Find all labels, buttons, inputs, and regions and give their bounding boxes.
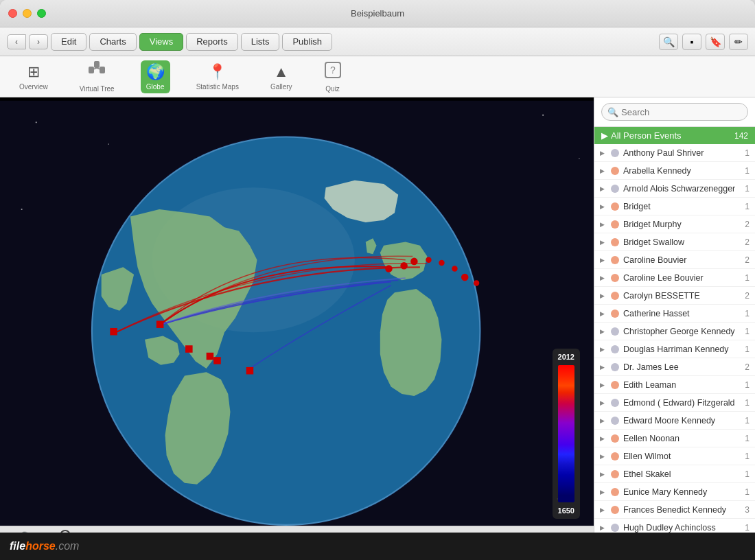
person-dot	[611, 310, 619, 318]
list-item[interactable]: ▶ Bridget 1	[594, 198, 755, 215]
watermark-text: filehorse.com	[10, 540, 79, 552]
expand-arrow[interactable]: ▶	[600, 506, 611, 513]
gallery-label: Gallery	[270, 83, 292, 91]
search-tool-button[interactable]: 🔍	[659, 34, 678, 50]
statistic-maps-button[interactable]: 📍 Statistic Maps	[191, 60, 244, 93]
expand-arrow[interactable]: ▶	[600, 524, 611, 531]
quiz-button[interactable]: ? Quiz	[318, 58, 347, 95]
svg-point-10	[542, 115, 544, 116]
person-name: Ethel Skakel	[623, 469, 739, 479]
expand-arrow[interactable]: ▶	[600, 221, 611, 228]
expand-arrow[interactable]: ▶	[600, 489, 611, 495]
gallery-button[interactable]: ▲ Gallery	[265, 60, 298, 93]
expand-arrow[interactable]: ▶	[600, 471, 611, 478]
person-count: 1	[739, 273, 750, 283]
list-item[interactable]: ▶ Arabella Kennedy 1	[594, 162, 755, 180]
expand-arrow[interactable]: ▶	[600, 257, 611, 264]
list-item[interactable]: ▶ Eellen Noonan 1	[594, 430, 755, 447]
search-input[interactable]	[601, 103, 748, 121]
person-dot	[611, 185, 619, 193]
list-item[interactable]: ▶ Edith Leaman 1	[594, 376, 755, 394]
reports-tab[interactable]: Reports	[186, 33, 238, 51]
list-item[interactable]: ▶ Douglas Harriman Kennedy 1	[594, 340, 755, 358]
expand-arrow[interactable]: ▶	[600, 310, 611, 317]
list-item[interactable]: ▶ Bridget Swallow 2	[594, 233, 755, 251]
close-button[interactable]	[8, 9, 17, 18]
list-item[interactable]: ▶ Carolyn BESSETTE 2	[594, 287, 755, 305]
list-item[interactable]: ▶ Ellen Wilmot 1	[594, 447, 755, 465]
quiz-icon: ?	[324, 61, 342, 83]
expand-arrow[interactable]: ▶	[600, 364, 611, 371]
view-toggle-button[interactable]: ▪	[682, 34, 701, 50]
virtual-tree-label: Virtual Tree	[80, 85, 115, 93]
traffic-lights	[8, 9, 46, 18]
globe-area[interactable]: 2012 1650 © OpenStreetMap 🔍 Magnify	[0, 97, 594, 560]
expand-arrow[interactable]: ▶	[600, 239, 611, 246]
expand-arrow[interactable]: ▶	[600, 435, 611, 442]
person-dot	[611, 470, 619, 478]
person-dot	[611, 256, 619, 264]
list-item[interactable]: ▶ Caroline Lee Bouvier 1	[594, 269, 755, 287]
expand-arrow[interactable]: ▶	[600, 185, 611, 192]
views-tab[interactable]: Views	[139, 33, 183, 51]
quiz-label: Quiz	[325, 85, 340, 93]
expand-arrow[interactable]: ▶	[600, 150, 611, 156]
list-item[interactable]: ▶ Eunice Mary Kennedy 1	[594, 483, 755, 501]
globe-button[interactable]: 🌍 Globe	[141, 60, 170, 93]
all-events-label: ▶ All Person Events	[601, 130, 682, 141]
overview-button[interactable]: ⊞ Overview	[14, 60, 54, 93]
person-dot	[611, 524, 619, 532]
bookmark-button[interactable]: 🔖	[706, 34, 725, 50]
expand-arrow[interactable]: ▶	[600, 399, 611, 406]
globe-icon: 🌍	[146, 63, 165, 81]
expand-arrow[interactable]: ▶	[600, 382, 611, 388]
expand-arrow[interactable]: ▶	[600, 328, 611, 335]
expand-arrow[interactable]: ▶	[600, 292, 611, 299]
svg-text:?: ?	[330, 65, 336, 75]
edit-tab[interactable]: Edit	[51, 33, 86, 51]
person-list[interactable]: ▶ Anthony Paul Shriver 1 ▶ Arabella Kenn…	[594, 144, 755, 560]
expand-arrow[interactable]: ▶	[600, 453, 611, 460]
person-name: Arnold Alois Schwarzenegger	[623, 184, 739, 194]
window-title: Beispielbaum	[351, 8, 404, 19]
forward-button[interactable]: ›	[29, 34, 48, 49]
person-dot	[611, 220, 619, 229]
gallery-icon: ▲	[274, 63, 289, 81]
person-count: 1	[739, 327, 750, 336]
publish-tab[interactable]: Publish	[282, 33, 332, 51]
person-name: Ellen Wilmot	[623, 452, 739, 461]
list-item[interactable]: ▶ Caroline Bouvier 2	[594, 251, 755, 269]
list-item[interactable]: ▶ Bridget Murphy 2	[594, 215, 755, 233]
list-item[interactable]: ▶ Ethel Skakel 1	[594, 465, 755, 483]
main-content: 2012 1650 © OpenStreetMap 🔍 Magnify	[0, 97, 755, 560]
minimize-button[interactable]	[23, 9, 32, 18]
overview-icon: ⊞	[27, 63, 40, 81]
secondary-toolbar: ⊞ Overview Virtual Tree 🌍 Globe 📍 Statis…	[0, 56, 755, 97]
virtual-tree-button[interactable]: Virtual Tree	[74, 58, 120, 95]
expand-arrow[interactable]: ▶	[600, 346, 611, 353]
list-item[interactable]: ▶ Edward Moore Kennedy 1	[594, 412, 755, 430]
list-item[interactable]: ▶ Frances Benedict Kennedy 3	[594, 501, 755, 519]
person-name: Douglas Harriman Kennedy	[623, 345, 739, 354]
more-button[interactable]: ✏	[729, 34, 748, 50]
list-item[interactable]: ▶ Christopher George Kennedy 1	[594, 323, 755, 340]
expand-arrow[interactable]: ▶	[600, 417, 611, 424]
back-button[interactable]: ‹	[7, 34, 26, 49]
expand-arrow[interactable]: ▶	[600, 275, 611, 281]
all-events-row[interactable]: ▶ All Person Events 142	[594, 127, 755, 144]
person-count: 1	[739, 309, 750, 318]
expand-arrow[interactable]: ▶	[600, 167, 611, 174]
list-item[interactable]: ▶ Edmond ( Edward) Fitzgerald 1	[594, 394, 755, 412]
list-item[interactable]: ▶ Arnold Alois Schwarzenegger 1	[594, 180, 755, 198]
statistic-maps-label: Statistic Maps	[196, 83, 239, 91]
list-item[interactable]: ▶ Catherine Hasset 1	[594, 305, 755, 323]
fullscreen-button[interactable]	[37, 9, 46, 18]
lists-tab[interactable]: Lists	[241, 33, 280, 51]
person-count: 3	[739, 505, 750, 515]
person-dot	[611, 417, 619, 425]
list-item[interactable]: ▶ Anthony Paul Shriver 1	[594, 144, 755, 162]
charts-tab[interactable]: Charts	[89, 33, 136, 51]
list-item[interactable]: ▶ Dr. James Lee 2	[594, 358, 755, 376]
person-count: 1	[739, 469, 750, 479]
expand-arrow[interactable]: ▶	[600, 203, 611, 210]
